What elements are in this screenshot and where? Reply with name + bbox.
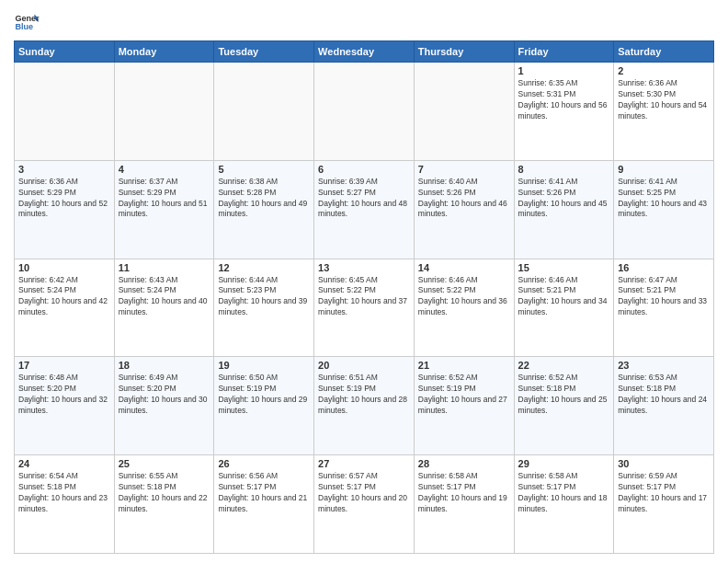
calendar-cell: 24Sunrise: 6:54 AM Sunset: 5:18 PM Dayli… <box>15 455 115 554</box>
day-number: 26 <box>218 458 310 469</box>
day-info: Sunrise: 6:41 AM Sunset: 5:26 PM Dayligh… <box>518 177 610 221</box>
calendar-cell: 28Sunrise: 6:58 AM Sunset: 5:17 PM Dayli… <box>414 455 514 554</box>
day-number: 25 <box>119 458 210 469</box>
day-number: 8 <box>518 164 610 175</box>
calendar-cell: 15Sunrise: 6:46 AM Sunset: 5:21 PM Dayli… <box>514 259 614 357</box>
weekday-header: Monday <box>114 41 214 63</box>
calendar-week-row: 3Sunrise: 6:36 AM Sunset: 5:29 PM Daylig… <box>15 160 714 259</box>
day-info: Sunrise: 6:50 AM Sunset: 5:19 PM Dayligh… <box>218 373 310 417</box>
calendar-cell: 5Sunrise: 6:38 AM Sunset: 5:28 PM Daylig… <box>214 160 314 259</box>
day-info: Sunrise: 6:52 AM Sunset: 5:19 PM Dayligh… <box>418 373 510 417</box>
weekday-header: Saturday <box>614 41 714 63</box>
calendar-cell: 25Sunrise: 6:55 AM Sunset: 5:18 PM Dayli… <box>114 455 214 554</box>
day-info: Sunrise: 6:43 AM Sunset: 5:24 PM Dayligh… <box>119 275 210 319</box>
day-number: 3 <box>18 164 110 175</box>
day-number: 16 <box>618 262 710 273</box>
calendar-cell: 3Sunrise: 6:36 AM Sunset: 5:29 PM Daylig… <box>15 160 115 259</box>
day-number: 10 <box>18 262 110 273</box>
day-number: 17 <box>18 360 110 371</box>
day-info: Sunrise: 6:52 AM Sunset: 5:18 PM Dayligh… <box>518 373 610 417</box>
calendar-cell: 8Sunrise: 6:41 AM Sunset: 5:26 PM Daylig… <box>514 160 614 259</box>
day-number: 22 <box>518 360 610 371</box>
day-number: 30 <box>618 458 710 469</box>
day-number: 20 <box>318 360 410 371</box>
calendar-cell: 7Sunrise: 6:40 AM Sunset: 5:26 PM Daylig… <box>414 160 514 259</box>
page: General Blue SundayMondayTuesdayWednesda… <box>0 0 728 563</box>
calendar-cell: 22Sunrise: 6:52 AM Sunset: 5:18 PM Dayli… <box>514 357 614 455</box>
calendar-cell <box>414 63 514 161</box>
day-info: Sunrise: 6:48 AM Sunset: 5:20 PM Dayligh… <box>18 373 110 417</box>
calendar-cell: 13Sunrise: 6:45 AM Sunset: 5:22 PM Dayli… <box>314 259 415 357</box>
day-number: 21 <box>418 360 510 371</box>
day-info: Sunrise: 6:53 AM Sunset: 5:18 PM Dayligh… <box>618 373 710 417</box>
day-number: 23 <box>618 360 710 371</box>
calendar-cell: 21Sunrise: 6:52 AM Sunset: 5:19 PM Dayli… <box>414 357 514 455</box>
weekday-header: Wednesday <box>314 41 415 63</box>
calendar-cell <box>314 63 415 161</box>
day-number: 5 <box>218 164 310 175</box>
day-number: 1 <box>518 65 610 76</box>
day-number: 29 <box>518 458 610 469</box>
day-info: Sunrise: 6:35 AM Sunset: 5:31 PM Dayligh… <box>518 78 610 122</box>
calendar-cell: 9Sunrise: 6:41 AM Sunset: 5:25 PM Daylig… <box>614 160 714 259</box>
day-number: 9 <box>618 164 710 175</box>
day-number: 11 <box>119 262 210 273</box>
day-info: Sunrise: 6:46 AM Sunset: 5:22 PM Dayligh… <box>418 275 510 319</box>
calendar-cell: 18Sunrise: 6:49 AM Sunset: 5:20 PM Dayli… <box>114 357 214 455</box>
calendar-cell: 26Sunrise: 6:56 AM Sunset: 5:17 PM Dayli… <box>214 455 314 554</box>
weekday-header: Friday <box>514 41 614 63</box>
weekday-header: Sunday <box>15 41 115 63</box>
day-info: Sunrise: 6:49 AM Sunset: 5:20 PM Dayligh… <box>119 373 210 417</box>
day-info: Sunrise: 6:46 AM Sunset: 5:21 PM Dayligh… <box>518 275 610 319</box>
calendar-body: 1Sunrise: 6:35 AM Sunset: 5:31 PM Daylig… <box>15 63 714 554</box>
day-info: Sunrise: 6:44 AM Sunset: 5:23 PM Dayligh… <box>218 275 310 319</box>
day-info: Sunrise: 6:41 AM Sunset: 5:25 PM Dayligh… <box>618 177 710 221</box>
calendar-cell: 29Sunrise: 6:58 AM Sunset: 5:17 PM Dayli… <box>514 455 614 554</box>
day-number: 2 <box>618 65 710 76</box>
day-number: 13 <box>318 262 410 273</box>
day-info: Sunrise: 6:37 AM Sunset: 5:29 PM Dayligh… <box>119 177 210 221</box>
calendar-cell: 11Sunrise: 6:43 AM Sunset: 5:24 PM Dayli… <box>114 259 214 357</box>
day-info: Sunrise: 6:40 AM Sunset: 5:26 PM Dayligh… <box>418 177 510 221</box>
calendar-table: SundayMondayTuesdayWednesdayThursdayFrid… <box>14 40 714 554</box>
day-number: 19 <box>218 360 310 371</box>
header: General Blue <box>14 9 714 35</box>
day-info: Sunrise: 6:36 AM Sunset: 5:29 PM Dayligh… <box>18 177 110 221</box>
day-info: Sunrise: 6:58 AM Sunset: 5:17 PM Dayligh… <box>518 471 610 515</box>
calendar-cell: 4Sunrise: 6:37 AM Sunset: 5:29 PM Daylig… <box>114 160 214 259</box>
day-info: Sunrise: 6:54 AM Sunset: 5:18 PM Dayligh… <box>18 471 110 515</box>
svg-text:Blue: Blue <box>15 22 33 31</box>
calendar-cell: 23Sunrise: 6:53 AM Sunset: 5:18 PM Dayli… <box>614 357 714 455</box>
day-info: Sunrise: 6:47 AM Sunset: 5:21 PM Dayligh… <box>618 275 710 319</box>
calendar-week-row: 17Sunrise: 6:48 AM Sunset: 5:20 PM Dayli… <box>15 357 714 455</box>
day-info: Sunrise: 6:39 AM Sunset: 5:27 PM Dayligh… <box>318 177 410 221</box>
calendar-week-row: 24Sunrise: 6:54 AM Sunset: 5:18 PM Dayli… <box>15 455 714 554</box>
day-number: 28 <box>418 458 510 469</box>
day-number: 14 <box>418 262 510 273</box>
calendar-week-row: 10Sunrise: 6:42 AM Sunset: 5:24 PM Dayli… <box>15 259 714 357</box>
day-info: Sunrise: 6:58 AM Sunset: 5:17 PM Dayligh… <box>418 471 510 515</box>
day-number: 15 <box>518 262 610 273</box>
calendar-header-row: SundayMondayTuesdayWednesdayThursdayFrid… <box>15 41 714 63</box>
day-info: Sunrise: 6:51 AM Sunset: 5:19 PM Dayligh… <box>318 373 410 417</box>
day-info: Sunrise: 6:56 AM Sunset: 5:17 PM Dayligh… <box>218 471 310 515</box>
day-number: 12 <box>218 262 310 273</box>
calendar-cell: 17Sunrise: 6:48 AM Sunset: 5:20 PM Dayli… <box>15 357 115 455</box>
calendar-cell <box>15 63 115 161</box>
day-number: 18 <box>119 360 210 371</box>
calendar-cell: 27Sunrise: 6:57 AM Sunset: 5:17 PM Dayli… <box>314 455 415 554</box>
calendar-cell: 16Sunrise: 6:47 AM Sunset: 5:21 PM Dayli… <box>614 259 714 357</box>
logo: General Blue <box>14 9 40 35</box>
day-info: Sunrise: 6:42 AM Sunset: 5:24 PM Dayligh… <box>18 275 110 319</box>
calendar-cell: 1Sunrise: 6:35 AM Sunset: 5:31 PM Daylig… <box>514 63 614 161</box>
calendar-cell: 20Sunrise: 6:51 AM Sunset: 5:19 PM Dayli… <box>314 357 415 455</box>
calendar-cell <box>214 63 314 161</box>
calendar-cell: 30Sunrise: 6:59 AM Sunset: 5:17 PM Dayli… <box>614 455 714 554</box>
calendar-cell: 12Sunrise: 6:44 AM Sunset: 5:23 PM Dayli… <box>214 259 314 357</box>
calendar-week-row: 1Sunrise: 6:35 AM Sunset: 5:31 PM Daylig… <box>15 63 714 161</box>
weekday-header: Thursday <box>414 41 514 63</box>
day-number: 6 <box>318 164 410 175</box>
day-number: 7 <box>418 164 510 175</box>
day-info: Sunrise: 6:38 AM Sunset: 5:28 PM Dayligh… <box>218 177 310 221</box>
calendar-cell: 6Sunrise: 6:39 AM Sunset: 5:27 PM Daylig… <box>314 160 415 259</box>
